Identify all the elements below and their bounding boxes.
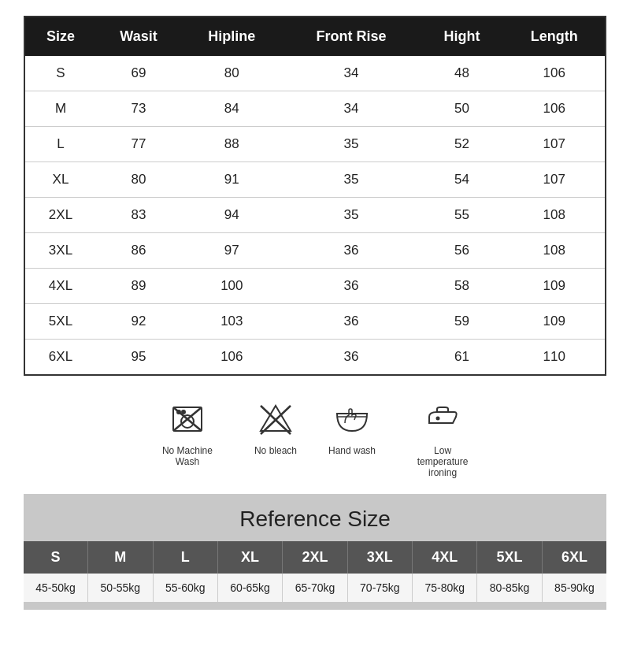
col-header-front-rise: Front Rise xyxy=(283,17,421,56)
reference-size-section: Reference Size SMLXL2XL3XL4XL5XL6XL 45-5… xyxy=(24,494,606,610)
table-cell: 36 xyxy=(283,304,421,340)
table-cell: 107 xyxy=(504,127,605,162)
ref-size-cell: 5XL xyxy=(477,541,542,574)
table-cell: 89 xyxy=(96,269,181,304)
table-cell: 92 xyxy=(96,304,181,340)
table-cell: 80 xyxy=(96,162,181,198)
table-header-row: Size Wasit Hipline Front Rise Hight Leng… xyxy=(25,17,605,56)
ref-size-cell: M xyxy=(88,541,153,574)
svg-point-4 xyxy=(177,410,180,414)
care-hand-wash: Hand wash xyxy=(328,399,376,456)
col-header-hipline: Hipline xyxy=(181,17,282,56)
ref-weight-cell: 80-85kg xyxy=(477,574,542,602)
table-cell: 56 xyxy=(421,233,504,269)
reference-title: Reference Size xyxy=(24,507,606,532)
table-row: 4XL891003658109 xyxy=(25,269,605,304)
table-cell: 59 xyxy=(421,304,504,340)
table-cell: 106 xyxy=(181,340,282,375)
table-cell: 6XL xyxy=(25,340,96,375)
svg-point-1 xyxy=(181,415,194,428)
table-cell: M xyxy=(25,91,96,127)
col-header-wasit: Wasit xyxy=(96,17,181,56)
hand-wash-label: Hand wash xyxy=(328,445,376,456)
table-cell: 106 xyxy=(504,56,605,91)
no-bleach-label: No bleach xyxy=(254,445,297,456)
table-cell: 109 xyxy=(504,304,605,340)
table-cell: 36 xyxy=(283,233,421,269)
hand-wash-icon xyxy=(332,399,372,439)
table-cell: 107 xyxy=(504,162,605,198)
no-machine-wash-label: No Machine Wash xyxy=(152,445,223,467)
table-cell: L xyxy=(25,127,96,162)
ref-weight-cell: 85-90kg xyxy=(542,574,606,602)
table-cell: S xyxy=(25,56,96,91)
ref-size-cell: S xyxy=(24,541,88,574)
table-cell: 3XL xyxy=(25,233,96,269)
table-cell: 35 xyxy=(283,162,421,198)
table-row: XL80913554107 xyxy=(25,162,605,198)
table-cell: 106 xyxy=(504,91,605,127)
care-no-bleach: No bleach xyxy=(254,399,297,456)
ref-weight-cell: 70-75kg xyxy=(347,574,412,602)
ref-weight-cell: 65-70kg xyxy=(283,574,347,602)
table-cell: 80 xyxy=(181,56,282,91)
measurements-table: Size Wasit Hipline Front Rise Hight Leng… xyxy=(25,17,605,374)
table-row: 2XL83943555108 xyxy=(25,198,605,233)
ref-size-cell: 6XL xyxy=(542,541,606,574)
reference-table: SMLXL2XL3XL4XL5XL6XL 45-50kg50-55kg55-60… xyxy=(24,541,606,602)
table-cell: 108 xyxy=(504,198,605,233)
ref-size-cell: XL xyxy=(217,541,282,574)
table-cell: 50 xyxy=(421,91,504,127)
table-cell: 34 xyxy=(283,56,421,91)
table-cell: 34 xyxy=(283,91,421,127)
table-cell: 54 xyxy=(421,162,504,198)
table-cell: 100 xyxy=(181,269,282,304)
table-cell: XL xyxy=(25,162,96,198)
table-cell: 73 xyxy=(96,91,181,127)
table-cell: 36 xyxy=(283,269,421,304)
ref-size-cell: 3XL xyxy=(347,541,412,574)
no-bleach-icon xyxy=(256,399,295,439)
care-no-machine-wash: No Machine Wash xyxy=(152,399,223,467)
table-cell: 55 xyxy=(421,198,504,233)
table-cell: 52 xyxy=(421,127,504,162)
table-cell: 35 xyxy=(283,198,421,233)
table-cell: 5XL xyxy=(25,304,96,340)
ref-weight-cell: 75-80kg xyxy=(413,574,477,602)
table-row: 6XL951063661110 xyxy=(25,340,605,375)
table-cell: 109 xyxy=(504,269,605,304)
col-header-size: Size xyxy=(25,17,96,56)
size-chart: Size Wasit Hipline Front Rise Hight Leng… xyxy=(24,16,606,376)
table-cell: 2XL xyxy=(25,198,96,233)
table-row: 3XL86973656108 xyxy=(25,233,605,269)
table-cell: 84 xyxy=(181,91,282,127)
ref-weight-cell: 55-60kg xyxy=(153,574,217,602)
no-machine-wash-icon xyxy=(168,399,207,439)
reference-size-row: SMLXL2XL3XL4XL5XL6XL xyxy=(24,541,606,574)
table-cell: 103 xyxy=(181,304,282,340)
table-cell: 110 xyxy=(504,340,605,375)
table-row: S69803448106 xyxy=(25,56,605,91)
svg-point-10 xyxy=(437,418,439,420)
svg-point-5 xyxy=(182,410,185,414)
low-temp-ironing-icon xyxy=(423,399,462,439)
table-cell: 108 xyxy=(504,233,605,269)
table-row: 5XL921033659109 xyxy=(25,304,605,340)
table-row: L77883552107 xyxy=(25,127,605,162)
ref-weight-cell: 45-50kg xyxy=(24,574,88,602)
table-cell: 4XL xyxy=(25,269,96,304)
ref-size-cell: L xyxy=(153,541,217,574)
table-cell: 95 xyxy=(96,340,181,375)
table-cell: 58 xyxy=(421,269,504,304)
table-cell: 91 xyxy=(181,162,282,198)
col-header-hight: Hight xyxy=(421,17,504,56)
table-cell: 48 xyxy=(421,56,504,91)
table-cell: 61 xyxy=(421,340,504,375)
table-row: M73843450106 xyxy=(25,91,605,127)
care-instructions: No Machine Wash No bleach xyxy=(24,376,606,494)
ref-size-cell: 2XL xyxy=(283,541,347,574)
col-header-length: Length xyxy=(504,17,605,56)
table-cell: 83 xyxy=(96,198,181,233)
table-cell: 88 xyxy=(181,127,282,162)
table-cell: 94 xyxy=(181,198,282,233)
